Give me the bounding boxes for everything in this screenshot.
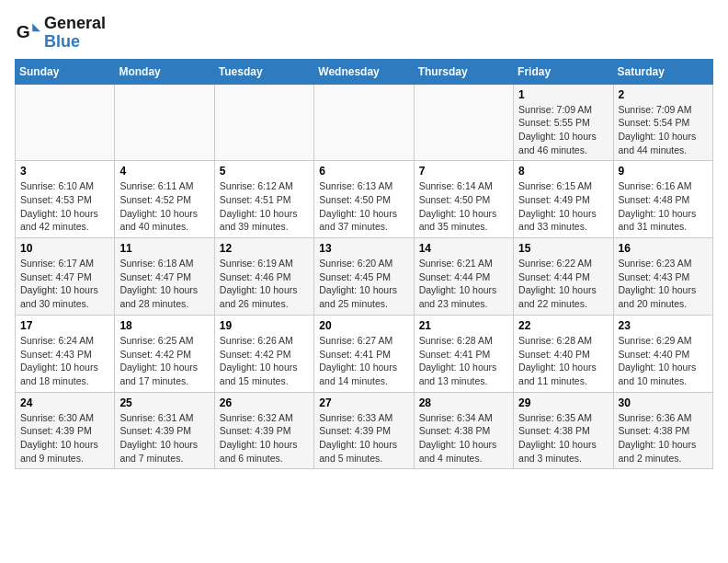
day-info: Sunrise: 6:19 AM Sunset: 4:46 PM Dayligh…: [220, 257, 309, 311]
day-cell: [16, 84, 115, 161]
day-cell: 14Sunrise: 6:21 AM Sunset: 4:44 PM Dayli…: [414, 238, 513, 316]
day-cell: 21Sunrise: 6:28 AM Sunset: 4:41 PM Dayli…: [414, 315, 513, 392]
day-cell: 30Sunrise: 6:36 AM Sunset: 4:38 PM Dayli…: [613, 392, 712, 469]
day-header-monday: Monday: [115, 59, 214, 84]
day-cell: 4Sunrise: 6:11 AM Sunset: 4:52 PM Daylig…: [115, 161, 214, 238]
day-number: 16: [619, 242, 708, 255]
page-header: G GeneralBlue: [15, 15, 713, 52]
day-number: 28: [419, 396, 508, 409]
week-row-4: 17Sunrise: 6:24 AM Sunset: 4:43 PM Dayli…: [16, 315, 713, 392]
day-number: 20: [319, 319, 408, 332]
day-number: 8: [518, 165, 608, 178]
day-number: 7: [419, 165, 508, 178]
week-row-2: 3Sunrise: 6:10 AM Sunset: 4:53 PM Daylig…: [16, 161, 713, 238]
day-cell: 26Sunrise: 6:32 AM Sunset: 4:39 PM Dayli…: [214, 392, 313, 469]
day-info: Sunrise: 6:32 AM Sunset: 4:39 PM Dayligh…: [220, 411, 309, 465]
day-cell: 6Sunrise: 6:13 AM Sunset: 4:50 PM Daylig…: [314, 161, 414, 238]
day-cell: 1Sunrise: 7:09 AM Sunset: 5:55 PM Daylig…: [514, 84, 613, 161]
day-cell: 2Sunrise: 7:09 AM Sunset: 5:54 PM Daylig…: [613, 84, 712, 161]
day-cell: 10Sunrise: 6:17 AM Sunset: 4:47 PM Dayli…: [16, 238, 115, 316]
day-number: 10: [20, 242, 109, 255]
day-cell: 27Sunrise: 6:33 AM Sunset: 4:39 PM Dayli…: [314, 392, 414, 469]
day-number: 14: [419, 242, 508, 255]
day-cell: 8Sunrise: 6:15 AM Sunset: 4:49 PM Daylig…: [514, 161, 613, 238]
week-row-1: 1Sunrise: 7:09 AM Sunset: 5:55 PM Daylig…: [16, 84, 713, 161]
day-number: 18: [119, 319, 209, 332]
day-info: Sunrise: 7:09 AM Sunset: 5:55 PM Dayligh…: [518, 103, 608, 157]
week-row-3: 10Sunrise: 6:17 AM Sunset: 4:47 PM Dayli…: [16, 238, 713, 316]
day-number: 30: [619, 396, 708, 409]
day-cell: 16Sunrise: 6:23 AM Sunset: 4:43 PM Dayli…: [613, 238, 712, 316]
day-info: Sunrise: 6:11 AM Sunset: 4:52 PM Dayligh…: [119, 179, 209, 234]
day-info: Sunrise: 6:16 AM Sunset: 4:48 PM Dayligh…: [619, 179, 708, 234]
day-info: Sunrise: 6:28 AM Sunset: 4:41 PM Dayligh…: [419, 334, 508, 388]
day-cell: 19Sunrise: 6:26 AM Sunset: 4:42 PM Dayli…: [214, 315, 313, 392]
day-cell: [214, 84, 313, 161]
day-cell: 13Sunrise: 6:20 AM Sunset: 4:45 PM Dayli…: [314, 238, 414, 316]
day-info: Sunrise: 6:31 AM Sunset: 4:39 PM Dayligh…: [119, 411, 209, 465]
day-cell: 23Sunrise: 6:29 AM Sunset: 4:40 PM Dayli…: [613, 315, 712, 392]
day-info: Sunrise: 6:30 AM Sunset: 4:39 PM Dayligh…: [20, 411, 109, 465]
day-cell: 22Sunrise: 6:28 AM Sunset: 4:40 PM Dayli…: [514, 315, 613, 392]
day-cell: 11Sunrise: 6:18 AM Sunset: 4:47 PM Dayli…: [115, 238, 214, 316]
day-header-sunday: Sunday: [16, 59, 115, 84]
day-number: 29: [518, 396, 608, 409]
day-info: Sunrise: 7:09 AM Sunset: 5:54 PM Dayligh…: [619, 103, 708, 157]
day-number: 13: [319, 242, 408, 255]
day-number: 23: [619, 319, 708, 332]
day-info: Sunrise: 6:34 AM Sunset: 4:38 PM Dayligh…: [419, 411, 508, 465]
day-header-tuesday: Tuesday: [214, 59, 313, 84]
day-cell: 28Sunrise: 6:34 AM Sunset: 4:38 PM Dayli…: [414, 392, 513, 469]
day-cell: 17Sunrise: 6:24 AM Sunset: 4:43 PM Dayli…: [16, 315, 115, 392]
day-cell: [414, 84, 513, 161]
day-number: 24: [20, 396, 109, 409]
calendar-body: 1Sunrise: 7:09 AM Sunset: 5:55 PM Daylig…: [16, 84, 713, 469]
day-number: 26: [220, 396, 309, 409]
day-header-wednesday: Wednesday: [314, 59, 414, 84]
day-info: Sunrise: 6:17 AM Sunset: 4:47 PM Dayligh…: [20, 257, 109, 311]
logo-text: GeneralBlue: [44, 15, 106, 52]
day-info: Sunrise: 6:20 AM Sunset: 4:45 PM Dayligh…: [319, 257, 408, 311]
svg-marker-1: [32, 23, 40, 31]
day-cell: 12Sunrise: 6:19 AM Sunset: 4:46 PM Dayli…: [214, 238, 313, 316]
day-number: 3: [20, 165, 109, 178]
day-info: Sunrise: 6:18 AM Sunset: 4:47 PM Dayligh…: [119, 257, 209, 311]
day-cell: 25Sunrise: 6:31 AM Sunset: 4:39 PM Dayli…: [115, 392, 214, 469]
calendar-table: SundayMondayTuesdayWednesdayThursdayFrid…: [15, 59, 713, 470]
day-info: Sunrise: 6:15 AM Sunset: 4:49 PM Dayligh…: [518, 179, 608, 234]
day-number: 21: [419, 319, 508, 332]
day-info: Sunrise: 6:14 AM Sunset: 4:50 PM Dayligh…: [419, 179, 508, 234]
day-info: Sunrise: 6:29 AM Sunset: 4:40 PM Dayligh…: [619, 334, 708, 388]
day-header-friday: Friday: [514, 59, 613, 84]
day-number: 9: [619, 165, 708, 178]
day-cell: 24Sunrise: 6:30 AM Sunset: 4:39 PM Dayli…: [16, 392, 115, 469]
day-info: Sunrise: 6:22 AM Sunset: 4:44 PM Dayligh…: [518, 257, 608, 311]
week-row-5: 24Sunrise: 6:30 AM Sunset: 4:39 PM Dayli…: [16, 392, 713, 469]
day-info: Sunrise: 6:12 AM Sunset: 4:51 PM Dayligh…: [220, 179, 309, 234]
day-number: 19: [220, 319, 309, 332]
day-number: 4: [119, 165, 209, 178]
day-info: Sunrise: 6:26 AM Sunset: 4:42 PM Dayligh…: [220, 334, 309, 388]
logo-icon: G: [15, 20, 40, 46]
day-cell: 3Sunrise: 6:10 AM Sunset: 4:53 PM Daylig…: [16, 161, 115, 238]
day-number: 1: [518, 88, 608, 101]
day-info: Sunrise: 6:36 AM Sunset: 4:38 PM Dayligh…: [619, 411, 708, 465]
day-info: Sunrise: 6:13 AM Sunset: 4:50 PM Dayligh…: [319, 179, 408, 234]
day-info: Sunrise: 6:23 AM Sunset: 4:43 PM Dayligh…: [619, 257, 708, 311]
day-cell: 18Sunrise: 6:25 AM Sunset: 4:42 PM Dayli…: [115, 315, 214, 392]
day-cell: 9Sunrise: 6:16 AM Sunset: 4:48 PM Daylig…: [613, 161, 712, 238]
logo: G GeneralBlue: [15, 15, 106, 52]
day-number: 15: [518, 242, 608, 255]
day-info: Sunrise: 6:33 AM Sunset: 4:39 PM Dayligh…: [319, 411, 408, 465]
day-info: Sunrise: 6:24 AM Sunset: 4:43 PM Dayligh…: [20, 334, 109, 388]
svg-text:G: G: [17, 22, 30, 41]
day-number: 27: [319, 396, 408, 409]
day-number: 2: [619, 88, 708, 101]
day-cell: [314, 84, 414, 161]
day-info: Sunrise: 6:27 AM Sunset: 4:41 PM Dayligh…: [319, 334, 408, 388]
day-number: 6: [319, 165, 408, 178]
day-number: 25: [119, 396, 209, 409]
day-header-thursday: Thursday: [414, 59, 513, 84]
day-info: Sunrise: 6:28 AM Sunset: 4:40 PM Dayligh…: [518, 334, 608, 388]
day-cell: 20Sunrise: 6:27 AM Sunset: 4:41 PM Dayli…: [314, 315, 414, 392]
